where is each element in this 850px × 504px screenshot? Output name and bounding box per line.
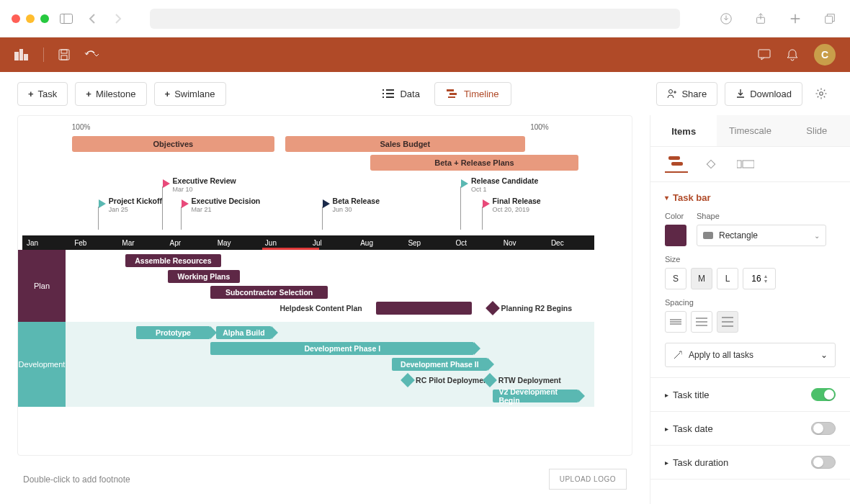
milestone-diamond[interactable] [401, 373, 415, 387]
milestone-flag[interactable]: Release CandidateOct 1 [461, 179, 468, 188]
maximize-window-icon[interactable] [40, 14, 49, 23]
band-objectives[interactable]: Objectives [72, 136, 274, 152]
task-date-section[interactable]: ▸Task date [650, 412, 850, 446]
download-button[interactable]: Download [725, 82, 802, 106]
back-icon[interactable] [84, 10, 101, 27]
milestone-flag[interactable]: Executive DecisionMar 21 [182, 199, 189, 208]
item-type-milestone-icon[interactable] [699, 156, 722, 173]
svg-rect-13 [449, 93, 457, 95]
color-label: Color [665, 212, 686, 220]
month-scale: JanFebMarAprMayJunJulAugSepOctNovDec [22, 235, 594, 250]
size-number-input[interactable]: 16▴▾ [743, 268, 776, 289]
task-date-toggle[interactable] [811, 422, 836, 435]
task-bar[interactable]: Development Phase II [392, 358, 488, 371]
add-milestone-button[interactable]: +Milestone [75, 82, 146, 106]
undo-icon[interactable] [84, 49, 102, 60]
task-bar[interactable]: Subcontractor Selection [210, 286, 328, 299]
swimlane-label[interactable]: Plan [18, 250, 66, 322]
timeline-view-button[interactable]: Timeline [434, 82, 511, 106]
upload-logo-button[interactable]: UPLOAD LOGO [549, 469, 627, 490]
item-type-taskbar-icon[interactable] [665, 156, 688, 173]
minimize-window-icon[interactable] [26, 14, 35, 23]
size-s-button[interactable]: S [665, 268, 686, 289]
milestone-flag[interactable]: Final ReleaseOct 20, 2019 [483, 199, 490, 208]
svg-rect-5 [14, 52, 19, 60]
spacing-tight-button[interactable] [665, 311, 686, 333]
app-logo-icon[interactable] [14, 49, 29, 60]
download-icon[interactable] [717, 10, 735, 27]
milestone-diamond[interactable] [486, 301, 500, 315]
size-m-button[interactable]: M [691, 268, 712, 289]
chevron-down-icon: ⌄ [820, 350, 828, 360]
svg-rect-4 [826, 16, 833, 23]
svg-rect-14 [448, 96, 455, 98]
spacing-medium-button[interactable] [691, 311, 712, 333]
task-label: RTW Deployment [498, 376, 561, 384]
traffic-lights [12, 14, 49, 23]
milestone-flag[interactable]: Executive ReviewMar 10 [163, 179, 170, 188]
svg-rect-11 [759, 50, 770, 58]
shape-select[interactable]: Rectangle ⌄ [697, 225, 826, 246]
avatar[interactable]: C [814, 44, 836, 66]
task-duration-section[interactable]: ▸Task duration [650, 446, 850, 480]
tab-timescale[interactable]: Timescale [717, 115, 783, 146]
milestone-flag[interactable]: Beta ReleaseJun 30 [323, 199, 330, 208]
task-bar[interactable]: Prototype [136, 326, 211, 339]
task-duration-toggle[interactable] [811, 456, 836, 469]
list-icon [382, 89, 394, 98]
tabs-icon[interactable] [821, 10, 838, 27]
svg-rect-10 [61, 55, 67, 60]
band-beta-release[interactable]: Beta + Release Plans [370, 155, 578, 171]
settings-icon[interactable] [810, 82, 833, 105]
url-bar[interactable] [150, 9, 680, 29]
add-task-button[interactable]: +Task [17, 82, 68, 106]
task-bar[interactable]: V2 Development Begin [493, 390, 578, 402]
window-chrome [0, 0, 850, 37]
swimlane-label[interactable]: Development [18, 322, 66, 407]
svg-rect-12 [447, 89, 454, 91]
panel-tabs: Items Timescale Slide [650, 115, 850, 147]
task-title-toggle[interactable] [811, 388, 836, 401]
timeline-icon [447, 89, 458, 98]
close-window-icon[interactable] [12, 14, 20, 23]
task-label: RC Pilot Deployment [416, 376, 491, 384]
color-swatch[interactable] [665, 225, 686, 246]
item-type-swimlane-icon[interactable] [734, 156, 757, 173]
spacing-label: Spacing [665, 298, 836, 307]
data-view-button[interactable]: Data [371, 82, 431, 106]
band-pct: 100% [72, 123, 91, 131]
task-bar[interactable]: Alpha Build [216, 326, 272, 339]
share-icon[interactable] [752, 10, 769, 27]
bell-icon[interactable] [787, 48, 798, 61]
comment-icon[interactable] [758, 49, 771, 60]
svg-rect-19 [707, 160, 715, 168]
task-bar[interactable] [376, 302, 472, 315]
task-bar[interactable]: Development Phase I [210, 342, 474, 355]
save-icon[interactable] [58, 49, 70, 60]
svg-rect-18 [671, 162, 683, 166]
add-swimlane-button[interactable]: +Swimlane [154, 82, 226, 106]
shape-label: Shape [697, 212, 836, 220]
right-panel: Items Timescale Slide ▾Task bar Color Sh… [650, 115, 850, 504]
svg-point-15 [669, 90, 673, 94]
chevron-down-icon: ⌄ [814, 232, 820, 240]
sidebar-toggle-icon[interactable] [58, 10, 75, 27]
forward-icon[interactable] [109, 10, 127, 27]
milestone-flag[interactable]: Project KickoffJan 25 [99, 199, 106, 208]
timeline-canvas[interactable]: 100%Objectives100%Sales BudgetBeta + Rel… [17, 115, 632, 456]
size-l-button[interactable]: L [717, 268, 738, 289]
share-button[interactable]: Share [656, 82, 717, 106]
task-bar[interactable]: Working Plans [168, 270, 240, 283]
apply-all-select[interactable]: Apply to all tasks ⌄ [665, 343, 836, 367]
task-label: Helpdesk Content Plan [279, 304, 362, 312]
new-tab-icon[interactable] [787, 10, 804, 27]
footnote-placeholder[interactable]: Double-click to add footnote [23, 474, 130, 485]
task-bar[interactable]: Assemble Resources [125, 254, 221, 267]
taskbar-section-header[interactable]: ▾Task bar [665, 192, 836, 203]
tab-items[interactable]: Items [650, 115, 717, 146]
tab-slide[interactable]: Slide [784, 115, 850, 146]
band-sales-budget[interactable]: Sales Budget [285, 136, 525, 152]
svg-rect-0 [61, 14, 73, 23]
task-title-section[interactable]: ▸Task title [650, 378, 850, 412]
spacing-loose-button[interactable] [717, 311, 738, 333]
